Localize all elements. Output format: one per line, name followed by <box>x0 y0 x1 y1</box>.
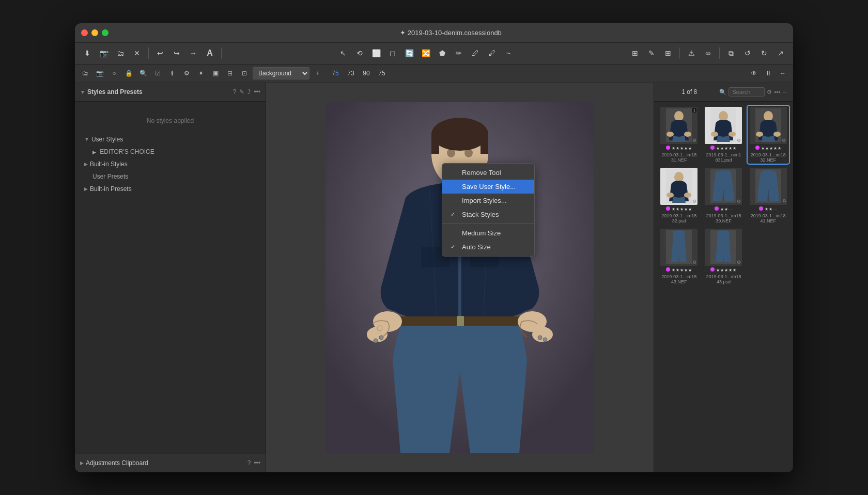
wave-tool[interactable]: ~ <box>501 46 516 60</box>
redo-tool[interactable]: → <box>186 46 200 60</box>
pen-tool[interactable]: 🖋 <box>485 46 499 60</box>
flip-tool[interactable]: 🔄 <box>402 46 416 60</box>
canvas-area: Remove Tool Save User Style... Import St… <box>266 83 654 472</box>
info-icon[interactable]: ℹ <box>166 67 178 79</box>
thumb-layers3-icon[interactable]: ⧉ <box>783 198 786 204</box>
clipboard-more-icon[interactable]: ••• <box>254 459 260 467</box>
star: · <box>774 207 776 212</box>
folder-small-icon[interactable]: 🗂 <box>79 67 91 79</box>
remove-tool-menu-item[interactable]: Remove Tool <box>442 166 534 180</box>
edit-style-icon[interactable]: ✎ <box>239 88 244 95</box>
search-more-icon[interactable]: ••• <box>774 89 780 95</box>
select-tool[interactable]: ↖ <box>336 46 350 60</box>
thumbnail-item[interactable]: ⧉ ★ ★ · · · 2019-03-1...im1841.NEF <box>748 167 789 225</box>
view-single-icon[interactable]: ⊡ <box>238 67 251 79</box>
builtin-styles-section[interactable]: ▶ Built-in Styles <box>80 157 260 171</box>
clipboard-help-icon[interactable]: ? <box>247 459 251 467</box>
svg-point-23 <box>667 132 674 137</box>
user-styles-section[interactable]: ▼ User Styles <box>80 133 260 146</box>
view-grid-icon[interactable]: ⊟ <box>224 67 236 79</box>
window-title: ✦ 2019-03-10-denim.cosessiondb <box>115 29 787 37</box>
star-icon[interactable]: ✦ <box>195 67 207 79</box>
expand-right-icon[interactable]: ↔ <box>777 67 789 79</box>
thumb-gear5-icon[interactable]: ⚙ <box>737 260 741 265</box>
thumb-meta-7: ★ ★ ★ ★ ★ <box>666 267 692 273</box>
shape-tool[interactable]: ⬟ <box>435 46 450 60</box>
help-icon[interactable]: ? <box>233 88 237 95</box>
thumbnail-item[interactable]: ⚙ ★ ★ · · · 2019-03-1...im1839.NEF <box>703 167 744 225</box>
separator-1 <box>148 47 149 59</box>
more-options-icon[interactable]: ••• <box>254 88 260 95</box>
camera-small-icon[interactable]: 📷 <box>94 67 106 79</box>
circle-icon[interactable]: ○ <box>108 67 120 79</box>
close-button[interactable] <box>81 29 88 36</box>
check-small-icon[interactable]: ☑ <box>151 67 164 79</box>
svg-point-31 <box>756 132 763 137</box>
refresh-left-tool[interactable]: ↺ <box>740 46 755 60</box>
user-presets-item[interactable]: User Presets <box>80 171 260 182</box>
pencil-tool[interactable]: ✏ <box>452 46 466 60</box>
undo-history-tool[interactable]: ↪ <box>169 46 184 60</box>
folder-tool[interactable]: 🗂 <box>113 46 128 60</box>
refresh-right-tool[interactable]: ↻ <box>757 46 771 60</box>
close-tool[interactable]: ✕ <box>130 46 144 60</box>
thumb-layers2-icon[interactable]: ⚙ <box>692 199 696 204</box>
save-user-style-menu-item[interactable]: Save User Style... <box>442 180 534 194</box>
share-icon[interactable]: ⤴ <box>247 88 251 95</box>
apps-tool[interactable]: ⊞ <box>661 46 675 60</box>
undo-tool[interactable]: ↩ <box>153 46 167 60</box>
rect-small-icon[interactable]: ▣ <box>209 67 222 79</box>
editors-choice-item[interactable]: ▶ EDITOR'S CHOICE <box>80 146 260 157</box>
preset-add-btn[interactable]: + <box>312 67 324 79</box>
thumbnail-item[interactable]: ⚙ ★ ★ ★ ★ ★ 2019-03-1...nim1831.psd <box>703 106 744 164</box>
pause-icon[interactable]: ⏸ <box>762 67 774 79</box>
grid-view-tool[interactable]: ⊞ <box>628 46 642 60</box>
rect-tool[interactable]: ◻ <box>385 46 400 60</box>
settings-icon[interactable]: ⚙ <box>180 67 193 79</box>
expand-tool[interactable]: ↗ <box>773 46 788 60</box>
camera-tool[interactable]: 📷 <box>97 46 111 60</box>
traffic-lights <box>81 29 109 36</box>
thumbnail-item[interactable]: ⚙ ★ ★ ★ ★ ★ 2019-03-1...im1832.psd <box>658 167 700 225</box>
thumb-color-dot <box>666 267 670 272</box>
brush-tool[interactable]: 🖊 <box>468 46 483 60</box>
shuffle-tool[interactable]: 🔀 <box>419 46 433 60</box>
search-small-icon[interactable]: 🔍 <box>137 67 149 79</box>
preset-dropdown[interactable]: Background <box>253 67 309 79</box>
minimize-button[interactable] <box>91 29 98 36</box>
thumb-layers-icon[interactable]: ⚙ <box>737 138 741 143</box>
thumbnail-item[interactable]: ⚙ ★ ★ ★ ★ ★ 2019-03-1...im1843.NEF <box>658 228 700 285</box>
thumb-settings-icon[interactable]: ⚙ <box>692 138 696 143</box>
svg-rect-3 <box>431 133 439 154</box>
thumb-gear-icon[interactable]: ⚙ <box>782 138 786 143</box>
thumbnail-item[interactable]: ⚙ ★ ★ ★ ★ ★ 2019-03-1...im1843.psd <box>703 228 744 285</box>
import-styles-menu-item[interactable]: Import Styles... <box>442 194 534 207</box>
svg-point-32 <box>773 132 781 137</box>
edit-tool[interactable]: ✎ <box>644 46 659 60</box>
search-input[interactable] <box>729 87 765 97</box>
thumbnail-item[interactable]: 1 ⚙ ★ ★ ★ ★ ★ 2019-03-1...im1831.NEF <box>658 106 700 164</box>
thumbnail-item[interactable]: ⚙ ★ ★ ★ ★ ★ 2019-03-1...im1832.NEF <box>748 106 789 164</box>
builtin-presets-section[interactable]: ▶ Built-in Presets <box>80 182 260 196</box>
warning-tool[interactable]: ⚠ <box>684 46 699 60</box>
text-tool[interactable]: A <box>203 46 217 60</box>
eye-icon[interactable]: 👁 <box>748 67 760 79</box>
layer-tool[interactable]: ⧉ <box>724 46 738 60</box>
styles-collapse-icon[interactable]: ▼ <box>80 89 85 95</box>
lock-icon[interactable]: 🔒 <box>122 67 135 79</box>
auto-size-menu-item[interactable]: ✓ Auto Size <box>442 240 534 254</box>
thumb-meta-1: ★ ★ ★ ★ ★ <box>666 145 692 151</box>
maximize-button[interactable] <box>102 29 109 36</box>
thumb-gear3-icon[interactable]: ⚙ <box>737 199 741 204</box>
search-settings-icon[interactable]: ⚙ <box>767 89 772 95</box>
eyeglasses-tool[interactable]: ∞ <box>701 46 715 60</box>
rotate-tool[interactable]: ⟲ <box>352 46 367 60</box>
medium-size-menu-item[interactable]: Medium Size <box>442 226 534 240</box>
download-tool[interactable]: ⬇ <box>80 46 95 60</box>
star: ★ <box>676 146 679 151</box>
crop-tool[interactable]: ⬜ <box>369 46 383 60</box>
thumb-gear4-icon[interactable]: ⚙ <box>692 260 696 265</box>
stack-styles-menu-item[interactable]: ✓ Stack Styles <box>442 207 534 221</box>
search-expand-icon[interactable]: ↔ <box>782 89 788 95</box>
clipboard-toggle[interactable]: ▶ <box>80 460 84 466</box>
